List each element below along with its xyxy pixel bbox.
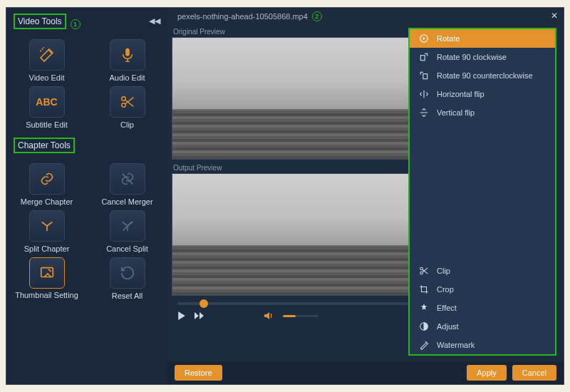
clip-icon: [418, 266, 430, 276]
panel-crop-label: Crop: [437, 285, 454, 294]
panel-adjust[interactable]: Adjust: [410, 317, 555, 336]
collapse-sidebar-icon[interactable]: ◀◀: [149, 16, 160, 26]
thumbnail-icon: [39, 265, 55, 281]
cancel-split-icon: [120, 218, 135, 234]
edit-panel: Rotate Rotate 90 clockwise Rotate 90 cou…: [408, 28, 556, 356]
svg-point-8: [420, 272, 423, 274]
subtitle-edit-tool[interactable]: ABC Subtitle Edit: [14, 86, 80, 129]
clip-label: Clip: [120, 120, 134, 129]
clip-tool[interactable]: Clip: [94, 86, 160, 129]
panel-rotate-ccw-label: Rotate 90 counterclockwise: [437, 71, 533, 80]
merge-chapter-label: Merge Chapter: [21, 197, 73, 206]
video-edit-tool[interactable]: Video Edit: [14, 39, 80, 82]
svg-rect-5: [420, 56, 425, 61]
volume-icon[interactable]: [264, 311, 274, 320]
panel-vflip-label: Vertical flip: [437, 108, 475, 117]
cancel-merger-tool[interactable]: Cancel Merger: [94, 163, 160, 206]
chapter-tools-heading: Chapter Tools: [14, 138, 75, 153]
rotate-icon: [418, 33, 430, 43]
main-area: pexels-nothing-ahead-10505868.mp4 2 ✕ Or…: [167, 8, 564, 384]
panel-rotate-cw-label: Rotate 90 clockwise: [437, 53, 507, 61]
volume-slider[interactable]: [283, 315, 318, 317]
video-tools-heading: Video Tools: [14, 14, 66, 29]
panel-rotate-cw[interactable]: Rotate 90 clockwise: [410, 48, 555, 66]
cancel-button[interactable]: Cancel: [512, 365, 556, 381]
footer: Restore Apply Cancel: [167, 361, 564, 384]
link-icon: [39, 171, 55, 187]
crop-icon: [418, 284, 430, 294]
split-chapter-label: Split Chapter: [24, 244, 70, 253]
thumbnail-setting-label: Thumbnail Setting: [15, 292, 78, 300]
reset-all-tool[interactable]: Reset All: [94, 257, 160, 300]
merge-chapter-tool[interactable]: Merge Chapter: [14, 163, 80, 206]
subtitle-edit-label: Subtitle Edit: [26, 120, 68, 129]
play-icon[interactable]: [177, 311, 186, 320]
reset-icon: [120, 265, 135, 281]
panel-rotate[interactable]: Rotate: [410, 29, 555, 48]
thumbnail-setting-tool[interactable]: Thumbnail Setting: [14, 257, 80, 300]
panel-effect-label: Effect: [437, 304, 457, 312]
hflip-icon: [418, 89, 430, 99]
svg-rect-0: [125, 48, 130, 56]
watermark-icon: [418, 340, 430, 350]
app-window: ◀◀ Video Tools 1 Video Edit Audio Edit A…: [6, 7, 564, 385]
video-tools-grid: Video Edit Audio Edit ABC Subtitle Edit …: [14, 39, 160, 129]
sidebar: ◀◀ Video Tools 1 Video Edit Audio Edit A…: [6, 8, 167, 384]
chapter-tools-grid: Merge Chapter Cancel Merger Split Chapte…: [14, 163, 160, 300]
panel-vflip[interactable]: Vertical flip: [410, 103, 555, 122]
close-icon[interactable]: ✕: [551, 11, 558, 21]
panel-rotate-label: Rotate: [437, 34, 460, 43]
apply-button[interactable]: Apply: [467, 365, 507, 381]
panel-rotate-ccw[interactable]: Rotate 90 counterclockwise: [410, 66, 555, 85]
panel-clip[interactable]: Clip: [410, 262, 555, 280]
video-edit-label: Video Edit: [29, 73, 65, 82]
split-icon: [39, 218, 55, 234]
panel-adjust-label: Adjust: [437, 322, 459, 331]
panel-hflip-label: Horizontal flip: [437, 90, 484, 98]
adjust-icon: [418, 321, 430, 331]
panel-clip-label: Clip: [437, 267, 450, 275]
rotate-cw-icon: [418, 52, 430, 62]
effect-icon: [418, 303, 430, 313]
panel-hflip[interactable]: Horizontal flip: [410, 85, 555, 103]
filename-label: pexels-nothing-ahead-10505868.mp4: [177, 12, 308, 21]
abc-icon: ABC: [36, 96, 57, 108]
svg-point-1: [121, 97, 125, 101]
fast-forward-icon[interactable]: [195, 311, 204, 320]
panel-effect[interactable]: Effect: [410, 299, 555, 317]
audio-edit-tool[interactable]: Audio Edit: [94, 39, 160, 82]
titlebar: pexels-nothing-ahead-10505868.mp4 2 ✕: [167, 8, 564, 25]
wand-icon: [38, 46, 56, 63]
panel-crop[interactable]: Crop: [410, 280, 555, 299]
svg-point-2: [121, 103, 125, 108]
scissors-icon: [120, 94, 135, 110]
panel-watermark[interactable]: Watermark: [410, 336, 555, 354]
panel-watermark-label: Watermark: [437, 341, 475, 349]
vflip-icon: [418, 108, 430, 118]
annotation-badge-2: 2: [312, 11, 322, 21]
split-chapter-tool[interactable]: Split Chapter: [14, 210, 80, 253]
cancel-split-label: Cancel Split: [106, 244, 148, 253]
svg-rect-6: [423, 74, 428, 79]
reset-all-label: Reset All: [112, 292, 142, 300]
svg-rect-3: [41, 268, 53, 277]
svg-point-7: [420, 267, 423, 270]
audio-edit-label: Audio Edit: [109, 73, 145, 82]
cancel-split-tool[interactable]: Cancel Split: [94, 210, 160, 253]
unlink-icon: [120, 171, 135, 187]
microphone-icon: [120, 47, 135, 63]
annotation-badge-1: 1: [71, 19, 81, 29]
cancel-merger-label: Cancel Merger: [101, 197, 152, 206]
rotate-ccw-icon: [418, 71, 430, 81]
restore-button[interactable]: Restore: [175, 365, 222, 381]
